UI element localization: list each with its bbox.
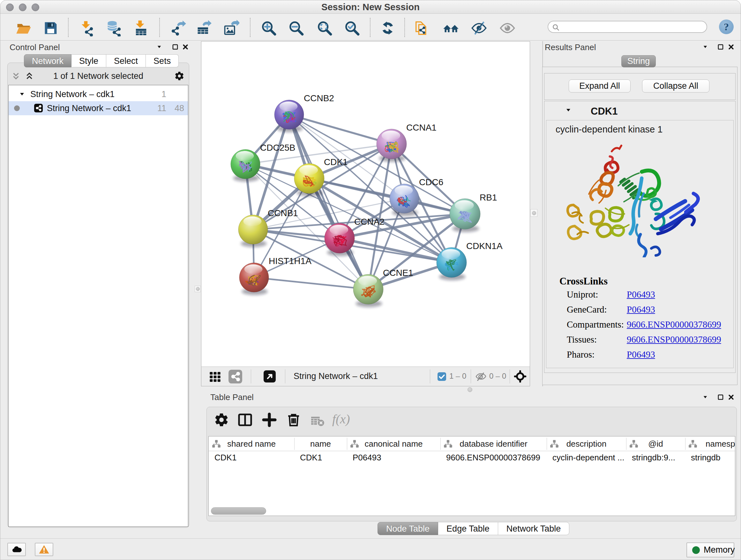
tab-edge-table[interactable]: Edge Table <box>438 522 498 535</box>
apply-layout-button[interactable] <box>380 20 396 37</box>
crosslink-value-link[interactable]: P06493 <box>627 302 655 317</box>
zoom-out-button[interactable] <box>288 20 305 37</box>
node-label-RB1: RB1 <box>480 192 497 202</box>
export-table-button[interactable] <box>196 20 212 37</box>
zoom-fit-button[interactable] <box>316 20 333 37</box>
table-options-button[interactable] <box>214 412 229 428</box>
table-cell[interactable]: 9606.ENSP00000378699 <box>446 451 546 464</box>
export-table-icon <box>196 20 212 37</box>
table-panel-collapse-button[interactable] <box>702 395 709 399</box>
network-node-CCNA1[interactable]: CCNA1 <box>377 123 436 162</box>
birdseye-grid-button[interactable] <box>208 370 222 383</box>
tab-node-table[interactable]: Node Table <box>378 522 438 535</box>
network-edge-CCNB2-RB1[interactable] <box>289 115 465 214</box>
open-in-window-button[interactable] <box>264 370 276 382</box>
search-input[interactable] <box>562 22 703 32</box>
table-hscrollbar-thumb[interactable] <box>211 507 266 515</box>
zoom-in-button[interactable] <box>260 20 277 37</box>
cloud-status-button[interactable] <box>7 543 26 556</box>
left-splitter-handle[interactable] <box>195 286 201 292</box>
column-header-shared-name[interactable]: shared name <box>209 436 294 451</box>
control-tab-select[interactable]: Select <box>106 54 146 67</box>
export-image-button[interactable] <box>223 20 239 37</box>
column-header-name[interactable]: name <box>294 436 347 451</box>
control-panel-close-button[interactable] <box>182 44 189 50</box>
import-network-file-button[interactable] <box>78 20 95 37</box>
right-splitter-handle[interactable] <box>530 209 537 217</box>
crosslink-value-link[interactable]: 9606.ENSP00000378699 <box>627 317 721 332</box>
node-table[interactable]: shared namenamecanonical namedatabase id… <box>208 436 735 516</box>
tab-network-table[interactable]: Network Table <box>498 522 569 535</box>
help-button[interactable]: ? <box>719 19 734 34</box>
hide-selected-button[interactable] <box>471 20 487 37</box>
delete-column-button[interactable] <box>286 412 301 428</box>
table-panel-close-button[interactable] <box>728 394 734 400</box>
column-header-canonical-name[interactable]: canonical name <box>347 436 441 451</box>
crosslink-value-link[interactable]: P06493 <box>627 347 655 362</box>
hidden-eye-icon[interactable] <box>475 372 487 381</box>
warnings-button[interactable] <box>35 543 53 556</box>
control-tab-style[interactable]: Style <box>71 54 106 67</box>
control-panel-float-button[interactable] <box>172 44 179 50</box>
node-label-CCNA2: CCNA2 <box>354 217 385 227</box>
selected-checkbox-icon[interactable] <box>437 372 446 381</box>
network-view[interactable]: CCNB2CCNA1CDC25BCDK1CDC6RB1CCNB1CCNA2CDK… <box>201 42 530 367</box>
function-builder-button[interactable]: f(x) <box>332 412 361 428</box>
import-table-file-button[interactable] <box>132 20 149 37</box>
network-file-share-button[interactable] <box>413 20 430 37</box>
results-panel-collapse-button[interactable] <box>702 45 709 49</box>
table-cell[interactable]: stringdb:9... <box>632 451 684 464</box>
export-network-button[interactable] <box>170 20 186 37</box>
save-session-button[interactable] <box>43 20 59 37</box>
show-all-button[interactable] <box>499 20 516 37</box>
network-node-RB1[interactable]: RB1 <box>450 192 497 232</box>
network-edge-CCNA2-CDKN1A[interactable] <box>340 238 452 262</box>
control-panel-collapse-button[interactable] <box>156 45 162 49</box>
column-header-description[interactable]: description <box>547 436 626 451</box>
tab-string[interactable]: String <box>621 55 656 67</box>
table-cell[interactable]: CDK1 <box>214 451 293 464</box>
control-tab-sets[interactable]: Sets <box>146 54 179 67</box>
column-header-database-identifier[interactable]: database identifier <box>441 436 547 451</box>
first-neighbors-button[interactable] <box>443 20 459 37</box>
network-tree-row[interactable]: String Network – cdk11148 <box>9 101 188 115</box>
zoom-selected-button[interactable] <box>344 20 360 37</box>
network-node-CCNE1[interactable]: CCNE1 <box>353 268 413 307</box>
fit-selection-button[interactable] <box>514 370 527 383</box>
clear-table-button[interactable] <box>309 414 326 427</box>
show-columns-button[interactable] <box>238 412 253 428</box>
open-file-button[interactable] <box>15 20 32 37</box>
crosshair-icon <box>514 370 527 383</box>
crosslink-value-link[interactable]: P06493 <box>627 287 655 302</box>
results-panel-close-button[interactable] <box>728 44 734 50</box>
table-splitter-handle[interactable] <box>468 387 472 392</box>
float-window-icon <box>718 394 724 400</box>
network-node-CCNB2[interactable]: CCNB2 <box>274 93 334 132</box>
collapse-all-button[interactable]: Collapse All <box>642 79 710 92</box>
network-node-HIST1H1A[interactable]: HIST1H1A <box>239 256 312 295</box>
network-node-CDKN1A[interactable]: CDKN1A <box>436 241 502 280</box>
gene-section-collapse-button[interactable] <box>565 108 572 113</box>
table-cell[interactable]: CDK1 <box>300 451 346 464</box>
control-tab-network[interactable]: Network <box>24 54 71 67</box>
network-options-button[interactable] <box>174 71 185 81</box>
add-column-button[interactable] <box>262 412 277 428</box>
crosslink-row: GeneCard:P06493 <box>567 302 733 317</box>
results-panel-float-button[interactable] <box>718 44 724 50</box>
memory-button[interactable]: Memory <box>686 543 734 557</box>
float-window-icon <box>718 44 724 50</box>
table-cell[interactable]: stringdb <box>691 451 735 464</box>
table-cell[interactable]: P06493 <box>353 451 440 464</box>
table-panel-float-button[interactable] <box>718 394 724 400</box>
expand-all-button[interactable]: Expand All <box>569 79 630 92</box>
tree-expander-icon[interactable] <box>18 91 26 97</box>
network-edge-CCNE1-HIST1H1A[interactable] <box>254 277 368 289</box>
column-header-@id[interactable]: @id <box>626 436 685 451</box>
network-collection-name: String Network – cdk1 <box>30 87 115 101</box>
network-tree-row[interactable]: String Network – cdk11 <box>9 87 188 101</box>
crosslink-value-link[interactable]: 9606.ENSP00000378699 <box>627 332 721 347</box>
column-header-namespace[interactable]: namespace <box>685 436 735 451</box>
table-cell[interactable]: cyclin-dependent ... <box>552 451 625 464</box>
import-network-database-button[interactable] <box>106 20 122 37</box>
string-network-badge-button[interactable] <box>228 370 242 383</box>
